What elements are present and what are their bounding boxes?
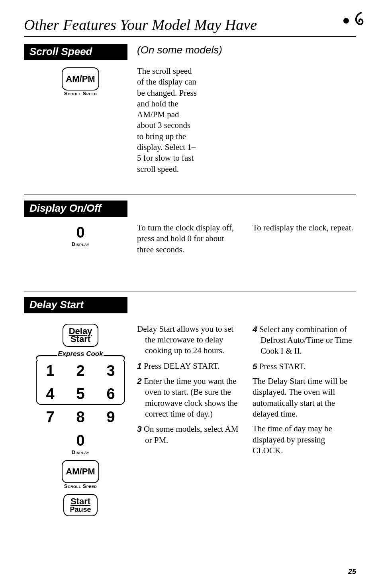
- delay-step-1: 1 Press DELAY START.: [137, 360, 241, 372]
- scroll-speed-paragraph: The scroll speed of the display can be c…: [137, 66, 197, 175]
- zero-caption-delay: Display: [24, 449, 137, 455]
- delay-start-header: Delay Start: [24, 297, 127, 313]
- delay-step-4: 4 Select any combination of Defrost Auto…: [253, 324, 356, 357]
- delay-start-body-row: Delay Start Express Cook 1 2 3 4 5 6 7 8…: [24, 313, 356, 516]
- keypad: 1 2 3 4 5 6 7 8 9: [38, 360, 123, 429]
- scroll-speed-text-cols: The scroll speed of the display can be c…: [137, 60, 268, 179]
- digit-1: 1: [38, 362, 62, 380]
- delay-after-2: The time of day may be displayed by pres…: [253, 423, 356, 456]
- display-onoff-right-p: To redisplay the clock, repeat.: [253, 222, 356, 233]
- delay-start-button: Delay Start: [63, 324, 98, 347]
- digit-3: 3: [99, 362, 123, 380]
- delay-intro: Delay Start allows you to set the microw…: [137, 324, 241, 356]
- delay-step-2: 2 Enter the time you want the oven to st…: [137, 376, 241, 419]
- bullet-icon: [343, 18, 349, 24]
- ampm-button-delay-label: AM/PM: [66, 467, 95, 476]
- display-onoff-left-p: To turn the clock display off, press and…: [137, 222, 241, 255]
- digit-9: 9: [99, 409, 123, 426]
- scroll-speed-header: Scroll Speed: [24, 44, 127, 60]
- ampm-caption-delay: Scroll Speed: [24, 483, 137, 489]
- digit-8: 8: [69, 409, 92, 426]
- scroll-speed-text: The scroll speed of the display can be c…: [137, 66, 197, 179]
- display-onoff-graphic-col: 0 Display: [24, 217, 137, 247]
- digit-7: 7: [38, 409, 62, 426]
- display-onoff-header: Display On/Off: [24, 201, 127, 217]
- ampm-button-caption: Scroll Speed: [24, 90, 137, 96]
- page-title: Other Features Your Model May Have: [24, 16, 356, 33]
- scroll-speed-graphic-col: AM/PM Scroll Speed: [24, 60, 137, 96]
- title-rule: [24, 36, 356, 37]
- start-button-line2: Pause: [70, 506, 91, 513]
- delay-button-line2: Start: [71, 335, 90, 344]
- start-button-line1: Start: [71, 497, 90, 506]
- digit-5: 5: [69, 385, 92, 403]
- delay-left-col: Delay Start allows you to set the microw…: [137, 324, 241, 460]
- zero-digit: 0: [24, 224, 137, 241]
- scroll-speed-body-row: AM/PM Scroll Speed The scroll speed of t…: [24, 60, 356, 179]
- scroll-speed-subtitle: (On some models): [137, 44, 222, 56]
- ampm-button: AM/PM: [62, 67, 99, 90]
- page-number: 25: [348, 568, 356, 576]
- zero-digit-delay: 0: [24, 432, 137, 449]
- digit-4: 4: [38, 385, 62, 403]
- display-rule: [24, 195, 356, 195]
- ampm-button-label: AM/PM: [66, 75, 95, 83]
- keypad-frame-top-connector: [36, 355, 125, 361]
- start-pause-button: Start Pause: [63, 494, 98, 516]
- delay-right-col: 4 Select any combination of Defrost Auto…: [253, 324, 356, 460]
- delay-rule: [24, 291, 356, 291]
- display-onoff-right-text: To redisplay the clock, repeat.: [253, 222, 356, 259]
- zero-caption: Display: [24, 241, 137, 247]
- digit-2: 2: [69, 362, 92, 380]
- corner-icon-group: [343, 12, 364, 29]
- scroll-speed-header-row: Scroll Speed (On some models): [24, 44, 356, 60]
- display-onoff-body-row: 0 Display To turn the clock display off,…: [24, 217, 356, 259]
- digit-6: 6: [99, 385, 123, 403]
- display-onoff-left-text: To turn the clock display off, press and…: [137, 222, 241, 259]
- delay-after-1: The Delay Start time will be displayed. …: [253, 376, 356, 419]
- delay-step-3: 3 On some models, select AM or PM.: [137, 423, 241, 446]
- ampm-button-delay: AM/PM: [62, 460, 99, 483]
- delay-start-graphic-col: Delay Start Express Cook 1 2 3 4 5 6 7 8…: [24, 313, 137, 516]
- swirl-logo-icon: [352, 12, 364, 29]
- delay-step-5: 5 Press START.: [253, 361, 356, 372]
